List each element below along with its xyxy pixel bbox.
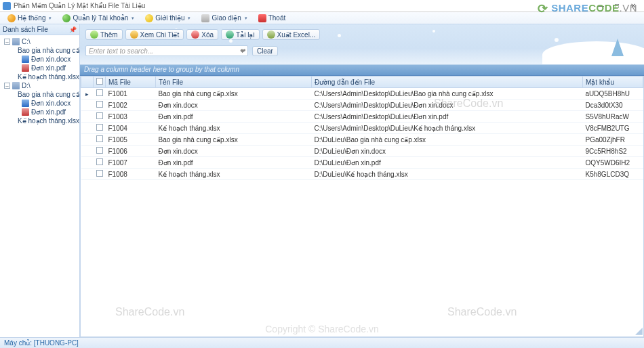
tree-label: Kế hoạch tháng.xlsx: [18, 73, 79, 81]
resize-grip-icon[interactable]: ◢: [635, 325, 643, 336]
table-row[interactable]: F1005Bao gia nhà cung cấp.xlsxD:\DuLieu\…: [81, 134, 643, 146]
tree-file[interactable]: Đơn xin.pdf: [1, 108, 78, 116]
reload-button[interactable]: Tải lại: [221, 29, 260, 40]
minimize-button[interactable]: —: [592, 2, 609, 9]
table-row[interactable]: F1006Đơn xin.docxD:\DuLieu\Đơn xin.docx9…: [81, 146, 643, 157]
checkbox-icon[interactable]: [96, 170, 103, 177]
checkbox-icon[interactable]: [96, 78, 103, 85]
tree-node-d[interactable]: – D:\: [1, 81, 78, 90]
sidebar: Danh sách File 📌 – C:\ Bao gia nhà cung …: [0, 24, 80, 337]
col-tenfile[interactable]: Tên File: [156, 77, 312, 88]
col-indicator[interactable]: [81, 77, 94, 88]
menu-giaodien[interactable]: Giao diện ▾: [197, 13, 251, 24]
export-excel-button[interactable]: Xuất Excel...: [262, 29, 321, 40]
menubar: Hệ thống ▾ Quản lý Tài khoản ▾ Giới thiệ…: [0, 12, 644, 24]
table-row[interactable]: F1003Đơn xin.pdfC:\Users\Admin\Desktop\D…: [81, 111, 643, 123]
col-duongdan[interactable]: Đường dẫn đến File: [312, 77, 583, 88]
cell-dd: C:\Users\Admin\Desktop\DuLieu\Đơn xin.pd…: [312, 111, 583, 123]
pdf-icon: [22, 108, 29, 116]
tree-node-c[interactable]: – C:\: [1, 37, 78, 46]
tree-label: Đơn xin.pdf: [31, 108, 66, 116]
col-checkbox[interactable]: [94, 77, 106, 88]
close-button[interactable]: ✕: [625, 2, 641, 9]
group-panel[interactable]: Drag a column header here to group by th…: [80, 65, 644, 76]
tree-file[interactable]: Đơn xin.docx: [1, 55, 78, 64]
menu-thoat[interactable]: Thoát: [254, 13, 291, 24]
checkbox-icon[interactable]: [96, 101, 103, 108]
tree-file[interactable]: Đơn xin.docx: [1, 99, 78, 108]
search-input[interactable]: Enter text to search... ❤: [85, 45, 248, 56]
sidebar-header: Danh sách File 📌: [0, 24, 79, 35]
table-row[interactable]: F1002Đơn xin.docxC:\Users\Admin\Desktop\…: [81, 100, 643, 111]
tree-file[interactable]: Kế hoạch tháng.xlsx: [1, 116, 78, 125]
col-matkhau[interactable]: Mật khẩu: [583, 77, 643, 88]
row-indicator: [81, 111, 94, 123]
checkbox-icon[interactable]: [96, 135, 103, 142]
row-checkbox[interactable]: [94, 146, 106, 157]
clear-button[interactable]: Clear: [252, 46, 278, 56]
table-row[interactable]: F1004Kế hoạch tháng.xlsxC:\Users\Admin\D…: [81, 123, 643, 134]
maximize-button[interactable]: □: [609, 2, 625, 9]
cell-mk: 9Cc5RH8hS2: [583, 146, 643, 157]
menu-hethong[interactable]: Hệ thống ▾: [3, 13, 56, 24]
row-indicator: [81, 123, 94, 134]
row-checkbox[interactable]: [94, 169, 106, 180]
col-mafile[interactable]: Mã File: [106, 77, 156, 88]
checkbox-icon[interactable]: [96, 112, 103, 119]
file-tree[interactable]: – C:\ Bao gia nhà cung cấp.xlsx Đơn xin.…: [0, 35, 79, 337]
cell-ma: F1008: [106, 169, 156, 180]
cell-ma: F1006: [106, 146, 156, 157]
add-button[interactable]: Thêm: [85, 29, 123, 40]
gear-icon: [7, 14, 16, 22]
menu-gioithieu[interactable]: Giới thiệu ▾: [140, 13, 195, 24]
checkbox-icon[interactable]: [96, 89, 103, 96]
collapse-icon[interactable]: –: [4, 39, 10, 45]
cell-ma: F1001: [106, 88, 156, 100]
docx-icon: [22, 100, 29, 107]
status-bar: Máy chủ: [THUONG-PC]: [0, 337, 644, 348]
chevron-down-icon: ▾: [245, 16, 247, 21]
grid[interactable]: Mã File Tên File Đường dẫn đến File Mật …: [80, 76, 644, 337]
cell-dd: C:\Users\Admin\Desktop\DuLieu\Đơn xin.do…: [312, 100, 583, 111]
chevron-down-icon: ▾: [49, 16, 52, 21]
cell-mk: S5V8hURacW: [583, 111, 643, 123]
btn-label: Tải lại: [236, 31, 255, 39]
table-row[interactable]: F1008Kế hoạch tháng.xlsxD:\DuLieu\Kế hoạ…: [81, 169, 643, 180]
row-indicator: [81, 134, 94, 146]
grid-toolbar: Thêm Xem Chi Tiết Xóa Tải lại Xuất Excel…: [85, 28, 320, 41]
reload-icon: [226, 30, 234, 39]
drive-icon: [12, 38, 20, 45]
cell-ma: F1002: [106, 100, 156, 111]
tree-file[interactable]: Bao gia nhà cung cấp.xlsx: [1, 90, 78, 99]
row-checkbox[interactable]: [94, 123, 106, 134]
collapse-icon[interactable]: –: [4, 83, 10, 89]
table-row[interactable]: ▸F1001Bao gia nhà cung cấp.xlsxC:\Users\…: [81, 88, 643, 100]
row-checkbox[interactable]: [94, 88, 106, 100]
cell-ten: Đơn xin.pdf: [156, 157, 312, 169]
delete-button[interactable]: Xóa: [186, 29, 218, 40]
data-table: Mã File Tên File Đường dẫn đến File Mật …: [81, 76, 643, 180]
cell-dd: D:\DuLieu\Đơn xin.docx: [312, 146, 583, 157]
tree-file[interactable]: Kế hoạch tháng.xlsx: [1, 72, 78, 81]
row-checkbox[interactable]: [94, 100, 106, 111]
checkbox-icon[interactable]: [96, 158, 103, 165]
info-icon: [145, 14, 153, 22]
checkbox-icon[interactable]: [96, 124, 103, 131]
row-checkbox[interactable]: [94, 134, 106, 146]
btn-label: Thêm: [100, 31, 118, 39]
detail-button[interactable]: Xem Chi Tiết: [125, 29, 184, 40]
tree-file[interactable]: Bao gia nhà cung cấp.xlsx: [1, 46, 78, 55]
menu-quanly[interactable]: Quản lý Tài khoản ▾: [58, 13, 139, 24]
row-checkbox[interactable]: [94, 111, 106, 123]
theme-icon: [201, 14, 209, 22]
tree-label: Bao gia nhà cung cấp.xlsx: [18, 47, 79, 54]
row-checkbox[interactable]: [94, 157, 106, 169]
table-row[interactable]: F1007Đơn xin.pdfD:\DuLieu\Đơn xin.pdfOQY…: [81, 157, 643, 169]
dropdown-icon[interactable]: ❤: [239, 47, 245, 55]
checkbox-icon[interactable]: [96, 147, 103, 154]
cell-mk: K5h8GLCD3Q: [583, 169, 643, 180]
pin-icon[interactable]: 📌: [69, 26, 77, 33]
cell-ten: Đơn xin.docx: [156, 146, 312, 157]
tree-file[interactable]: Đơn xin.pdf: [1, 64, 78, 72]
btn-label: Xuất Excel...: [277, 31, 316, 39]
